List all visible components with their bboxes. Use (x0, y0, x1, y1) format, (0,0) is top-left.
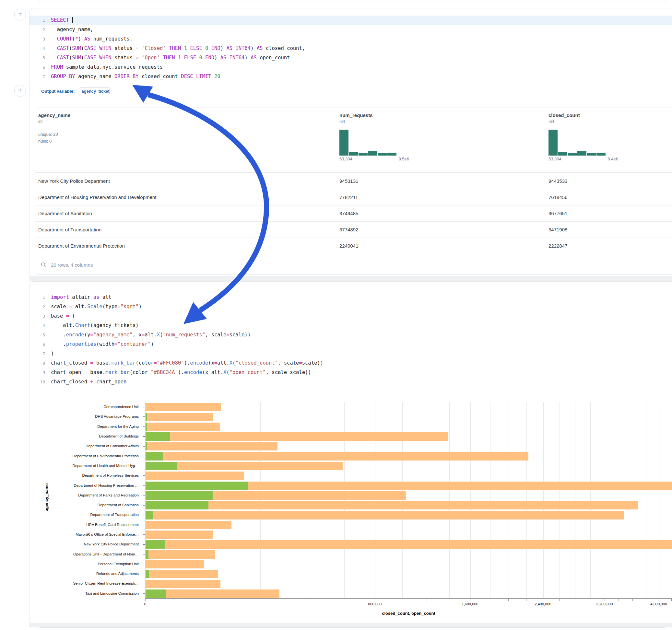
x-tick (375, 599, 375, 601)
code-line[interactable]: 7GROUP BY agency_name ORDER BY closed_co… (29, 72, 672, 81)
table-cell: 9453131 (339, 173, 358, 189)
y-tick (143, 485, 145, 486)
gridline (308, 402, 308, 599)
column-header[interactable]: agency_namestrunique: 20nulls: 0 (38, 113, 70, 145)
table-body: New York City Police Department945313194… (35, 173, 672, 254)
add-cell-button-middle[interactable]: + (14, 85, 26, 97)
gridline (260, 402, 261, 599)
x-tick (646, 599, 646, 601)
hist-bar (597, 153, 605, 155)
fold-spacer (45, 302, 51, 311)
bar-open (146, 442, 147, 451)
y-tick-label: Personal Exemption Unit (0, 559, 142, 569)
fold-caret-icon[interactable]: ⌄ (45, 311, 51, 321)
code-line[interactable]: 8chart_closed = base.mark_bar(color="#FF… (29, 358, 672, 368)
y-tick (143, 554, 145, 555)
code-line[interactable]: 2scale = alt.Scale(type="sqrt") (29, 302, 672, 311)
table-row[interactable]: Department of Transportation377489234719… (35, 221, 672, 238)
code-line[interactable]: 3⌄base = ( (29, 311, 672, 321)
table-cell: New York City Police Department (38, 173, 110, 189)
x-tick (543, 599, 543, 601)
y-tick (143, 427, 145, 427)
gridline (659, 402, 659, 599)
x-tick (344, 599, 344, 601)
hist-bar (378, 153, 387, 155)
column-header[interactable]: num_requestsi6453,3049.5e6 (339, 113, 409, 162)
code-line[interactable]: 3 COUNT(*) AS num_requests, (29, 34, 672, 44)
code-line[interactable]: 1⌄SELECT (29, 16, 672, 25)
bar-open (146, 589, 166, 598)
bar-closed (146, 540, 672, 549)
line-number: 10 (29, 377, 45, 387)
bar-closed (146, 511, 624, 519)
bar-open (146, 501, 209, 509)
bar-closed (146, 560, 204, 568)
bar-closed (146, 471, 244, 480)
code-line[interactable]: 5 .encode(y="agency_name", x=alt.X("num_… (29, 330, 672, 340)
code-line[interactable]: 6 .properties(width="container") (29, 340, 672, 349)
table-cell: 3471908 (549, 222, 567, 238)
add-cell-button-top[interactable]: + (14, 9, 26, 20)
line-number: 1 (29, 16, 45, 25)
code-line[interactable]: 7) (29, 349, 672, 358)
fold-spacer (45, 34, 51, 44)
result-table: agency_namestrunique: 20nulls: 0num_requ… (35, 107, 672, 275)
code-line[interactable]: 10chart_closed + chart_open (29, 377, 672, 387)
hist-bar (368, 151, 377, 155)
output-variable-bar: Output variable: agency_tickets (29, 82, 672, 100)
line-number: 4 (29, 44, 45, 53)
y-tick (143, 574, 145, 574)
y-tick (143, 525, 145, 525)
bar-open (146, 491, 213, 500)
x-tick-label: 2,400,000 (534, 602, 551, 606)
fold-spacer (45, 349, 51, 358)
code-line[interactable]: 5 CAST(SUM(CASE WHEN status = 'Open' THE… (29, 53, 672, 63)
bar-open (146, 462, 177, 470)
y-tick (143, 593, 145, 594)
search-icon[interactable] (41, 262, 46, 268)
table-row[interactable]: Department of Environmental Protection22… (35, 238, 672, 254)
code-line[interactable]: 2 agency_name, (29, 25, 672, 34)
table-row[interactable]: Department of Housing Preservation and D… (35, 189, 672, 205)
x-tick (590, 599, 590, 601)
hist-bar (558, 152, 567, 155)
gridline (646, 402, 646, 599)
gridline (559, 402, 560, 599)
fold-spacer (45, 368, 51, 377)
table-row[interactable]: Department of Sanitation37494853677651 (35, 205, 672, 221)
x-tick-label: 4,000,000 (650, 602, 667, 606)
code-line[interactable]: 9chart_open = base.mark_bar(color="#8BC3… (29, 368, 672, 377)
output-variable-pill[interactable]: agency_tickets (79, 87, 110, 95)
y-tick-label: Department of Housing Preservation … (0, 480, 142, 490)
x-tick-label: 3,200,000 (596, 602, 613, 606)
line-number: 5 (29, 330, 45, 340)
table-row[interactable]: New York City Police Department945313194… (35, 173, 672, 189)
python-editor[interactable]: 1import altair as alt2scale = alt.Scale(… (29, 282, 672, 387)
gridline (375, 402, 376, 599)
code-line[interactable]: 4 alt.Chart(agency_tickets) (29, 321, 672, 330)
fold-caret-icon[interactable]: ⌄ (45, 16, 51, 25)
cell-divider (29, 276, 672, 281)
fold-spacer (45, 25, 51, 34)
code-line[interactable]: 4 CAST(SUM(CASE WHEN status = 'Closed' T… (29, 44, 672, 53)
hist-bar (339, 130, 349, 155)
gridline (526, 402, 527, 599)
sql-editor[interactable]: 1⌄SELECT 2 agency_name,3 COUNT(*) AS num… (29, 8, 672, 82)
plot-area (145, 402, 672, 599)
x-tick (490, 599, 490, 601)
y-tick-label: Taxi and Limousine Commission (0, 588, 142, 598)
table-cell: 2222847 (549, 238, 567, 254)
bar-chart: agency_name Correspondence UnitDHS Advan… (0, 401, 672, 621)
code-line[interactable]: 6FROM sample_data.nyc.service_requests (29, 63, 672, 72)
y-tick-label: Senior Citizen Rent Increase Exempti… (0, 579, 142, 588)
y-axis-labels: Correspondence UnitDHS Advantage Program… (0, 402, 142, 598)
gridline (344, 402, 344, 599)
y-tick (143, 416, 145, 417)
y-tick (143, 515, 145, 515)
x-axis-title: closed_count, open_count (145, 611, 672, 616)
code-line[interactable]: 1import altair as alt (29, 293, 672, 302)
line-number: 2 (29, 302, 45, 311)
column-histogram: 53,3049.5e6 (339, 130, 409, 162)
y-tick (143, 476, 145, 476)
column-header[interactable]: closed_counti6453,3049.4e6 (549, 113, 618, 162)
